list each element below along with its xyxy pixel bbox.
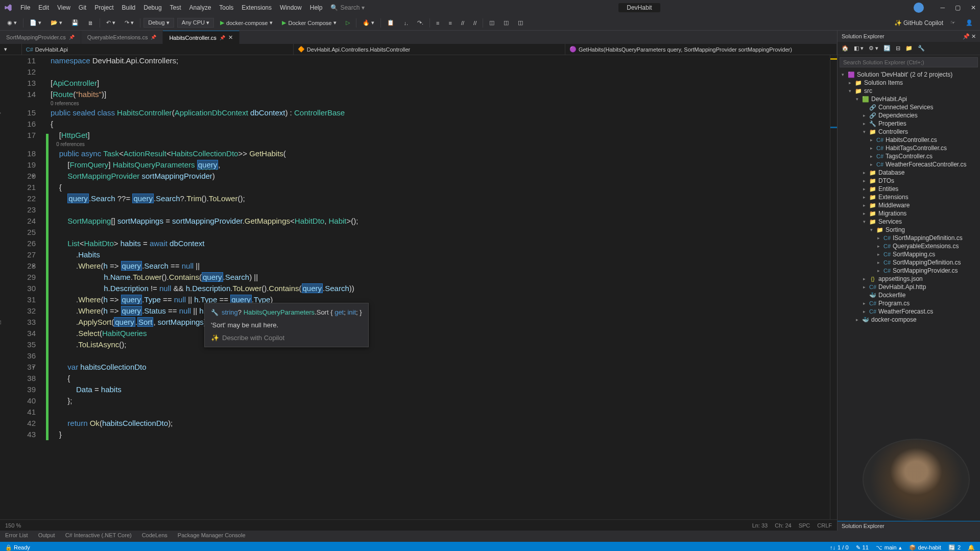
expand-chevron-icon[interactable]: ▸ (861, 203, 867, 208)
tab-output[interactable]: Output (33, 531, 60, 542)
menu-debug[interactable]: Debug (139, 2, 165, 13)
tab-sort-mapping-provider[interactable]: SortMappingProvider.cs📌 (0, 31, 81, 44)
pin-icon[interactable]: 📌 (69, 35, 75, 40)
code-editor[interactable]: 11121314 15◇ 1617 1819 20▾ 2122232425262… (0, 55, 837, 519)
undo-button[interactable]: ↶ ▾ (103, 18, 118, 27)
fold-chevron-icon[interactable]: ▾ (32, 171, 35, 182)
crumb-class[interactable]: 🔶 DevHabit.Api.Controllers.HabitsControl… (294, 44, 565, 55)
tree-item[interactable]: ▸C#SortMappingProvider.cs (838, 267, 980, 275)
expand-chevron-icon[interactable]: ▸ (875, 260, 881, 265)
save-button[interactable]: 💾 (68, 18, 82, 27)
expand-chevron-icon[interactable]: ▸ (861, 121, 867, 126)
expand-chevron-icon[interactable]: ▸ (861, 276, 867, 281)
menu-help[interactable]: Help (306, 2, 327, 13)
expand-chevron-icon[interactable]: ▸ (847, 80, 853, 85)
tree-item[interactable]: ▾📁Services (838, 218, 980, 226)
solution-search-input[interactable] (840, 57, 978, 67)
status-branch[interactable]: ⌥ main ▴ (876, 544, 902, 551)
step-into-button[interactable]: ↓. (400, 19, 411, 27)
account-button[interactable]: 👤 (963, 18, 976, 27)
status-repo[interactable]: 📦 dev-habit (909, 544, 941, 551)
tree-item[interactable]: ▾📁Sorting (838, 226, 980, 234)
tree-item[interactable]: ▸📁Solution Items (838, 79, 980, 87)
properties-button[interactable]: 🔧 (916, 44, 927, 53)
status-changes[interactable]: ↑↓ 1 / 0 (830, 544, 848, 550)
new-file-button[interactable]: 📄 ▾ (27, 18, 44, 27)
fold-chevron-icon[interactable]: ▾ (32, 362, 35, 373)
tree-item[interactable]: ▾📁Controllers (838, 128, 980, 136)
nav-back-button[interactable]: ◉ ▾ (4, 18, 20, 27)
indent-more-button[interactable]: ≡ (446, 19, 455, 27)
pin-icon[interactable]: 📌 (151, 35, 156, 40)
crumb-member[interactable]: 🟣 GetHabits(HabitsQueryParameters query,… (565, 44, 837, 55)
expand-chevron-icon[interactable]: ▸ (868, 137, 874, 142)
expand-chevron-icon[interactable]: ▸ (861, 301, 867, 306)
expand-chevron-icon[interactable]: ▸ (875, 235, 881, 241)
codelens-references[interactable]: 0 references (51, 101, 79, 106)
overview-ruler[interactable] (830, 55, 837, 519)
step-over-button[interactable]: ↷. (414, 18, 426, 27)
tb-icon-b[interactable]: ◫ (500, 18, 512, 27)
config-combo[interactable]: Debug ▾ (144, 18, 174, 28)
tree-item[interactable]: ▾🟩DevHabit.Api (838, 95, 980, 103)
close-tab-icon[interactable]: ✕ (228, 34, 233, 41)
tree-item[interactable]: ▸C#SortMappingDefinition.cs (838, 258, 980, 267)
crumb-dropdown[interactable]: ▾ (0, 44, 22, 55)
menu-test[interactable]: Test (166, 2, 185, 13)
expand-chevron-icon[interactable]: ▸ (861, 186, 867, 191)
expand-chevron-icon[interactable]: ▸ (861, 178, 867, 183)
solution-explorer-tab[interactable]: Solution Explorer (838, 521, 980, 531)
tb-icon-1[interactable]: 📋 (384, 18, 397, 27)
tab-csharp-interactive[interactable]: C# Interactive (.NET Core) (60, 531, 137, 542)
expand-chevron-icon[interactable]: ▾ (861, 129, 867, 134)
tab-package-manager[interactable]: Package Manager Console (173, 531, 251, 542)
start-target-button[interactable]: ▶docker-compose ▾ (217, 18, 276, 27)
codelens-references[interactable]: 0 references (56, 141, 85, 147)
expand-chevron-icon[interactable]: ▾ (847, 88, 853, 93)
redo-button[interactable]: ↷ ▾ (122, 18, 137, 27)
tree-item[interactable]: ▾📁src (838, 87, 980, 95)
close-button[interactable]: ✕ (971, 4, 976, 11)
tree-item[interactable]: ▸🔗Dependencies (838, 111, 980, 119)
expand-chevron-icon[interactable]: ▸ (868, 146, 874, 151)
tree-item[interactable]: ▸C#DevHabit.Api.http (838, 283, 980, 291)
cursor-col[interactable]: Ch: 24 (775, 522, 791, 529)
expand-chevron-icon[interactable]: ▸ (875, 244, 881, 249)
tree-item[interactable]: ▸C#ISortMappingDefinition.cs (838, 234, 980, 242)
menu-analyze[interactable]: Analyze (185, 2, 216, 13)
expand-chevron-icon[interactable]: ▾ (854, 97, 860, 102)
tb-icon-a[interactable]: ◫ (486, 18, 497, 27)
pin-icon[interactable]: 📌 (220, 35, 225, 40)
start-button[interactable]: ▶Docker Compose ▾ (279, 18, 340, 27)
code-content[interactable]: namespace DevHabit.Api.Controllers; [Api… (49, 55, 830, 519)
tree-item[interactable]: ▸🔧Properties (838, 119, 980, 128)
tree-item[interactable]: ▸📁Database (838, 169, 980, 177)
indent-mode[interactable]: SPC (799, 522, 810, 529)
expand-chevron-icon[interactable]: ▸ (861, 309, 867, 314)
collapse-button[interactable]: ⊟ (894, 44, 902, 53)
menu-file[interactable]: File (16, 2, 34, 13)
fold-chevron-icon[interactable]: ▾ (32, 260, 35, 272)
hot-reload-button[interactable]: 🔥 ▾ (360, 18, 377, 27)
expand-chevron-icon[interactable]: ▸ (861, 113, 867, 118)
cursor-line[interactable]: Ln: 33 (752, 522, 768, 529)
expand-chevron-icon[interactable]: ▾ (861, 219, 867, 224)
menu-tools[interactable]: Tools (215, 2, 237, 13)
indent-less-button[interactable]: ≡ (433, 19, 442, 27)
crumb-project[interactable]: C#DevHabit.Api (22, 44, 294, 55)
comment-button[interactable]: // (458, 19, 467, 27)
status-sync[interactable]: 🔄 2 (948, 544, 961, 551)
menu-view[interactable]: View (53, 2, 75, 13)
tree-item[interactable]: 🔗Connected Services (838, 103, 980, 111)
line-endings[interactable]: CRLF (817, 522, 832, 529)
tree-item[interactable]: ▸📁Entities (838, 185, 980, 193)
tree-item[interactable]: ▸C#TagsController.cs (838, 152, 980, 160)
search-menu[interactable]: 🔍 Search ▾ (330, 4, 365, 11)
tb-switch-view-button[interactable]: ◧ ▾ (852, 44, 866, 53)
expand-chevron-icon[interactable]: ▸ (861, 211, 867, 216)
uncomment-button[interactable]: // (470, 19, 480, 27)
expand-chevron-icon[interactable]: ▾ (840, 72, 846, 77)
expand-chevron-icon[interactable]: ▸ (861, 284, 867, 290)
start-no-debug-button[interactable]: ▷ (343, 18, 353, 27)
share-button[interactable]: ☞ (947, 18, 959, 27)
